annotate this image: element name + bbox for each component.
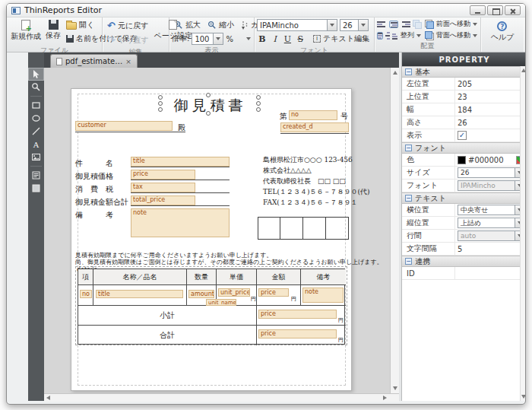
underline-button[interactable]: U (283, 34, 293, 44)
detail-header-note[interactable]: 備考 (301, 269, 346, 285)
align-right-button[interactable] (401, 21, 410, 28)
doc-no-suffix[interactable]: 号 (340, 111, 348, 122)
bold-button[interactable]: B (257, 34, 268, 44)
align-menu-button[interactable]: 整列 (400, 30, 422, 40)
scroll-up-icon[interactable] (521, 68, 526, 72)
selection-handle[interactable] (256, 95, 261, 100)
line-tool[interactable] (28, 125, 44, 138)
group-button[interactable] (413, 20, 422, 29)
subtotal-label[interactable]: 小計 (78, 306, 257, 326)
scroll-up-icon[interactable] (393, 71, 397, 75)
detail-header-item[interactable]: 項 (78, 269, 93, 285)
send-to-back-button[interactable]: 背面へ移動 (424, 30, 478, 40)
field-row-note[interactable]: note (302, 288, 344, 303)
valign-top-button[interactable] (377, 32, 383, 40)
section-basic[interactable]: 基本 (402, 66, 526, 78)
company-tel[interactable]: TEL(１２３４)５６－７８９０(代) (263, 186, 370, 197)
collapse-icon[interactable] (405, 195, 412, 202)
maximize-button[interactable] (487, 5, 503, 15)
strikethrough-button[interactable]: S (295, 34, 306, 44)
scale-combo-arrow[interactable] (213, 33, 223, 44)
zoom-tool[interactable] (28, 81, 44, 94)
horizontal-scrollbar[interactable] (44, 393, 399, 402)
detail-header-name[interactable]: 名称／品名 (93, 269, 187, 285)
letter-spacing-value[interactable]: 5 (455, 245, 526, 253)
collapse-icon[interactable] (405, 258, 412, 265)
font-family-combo[interactable]: IPAMincho (257, 19, 337, 31)
notice-line-2[interactable]: 尚、御見積有効期限後はご面倒とは存じますが、その都度ご連絡の上ご契約くださるよう… (75, 258, 383, 266)
field-total-price[interactable]: price (258, 329, 337, 338)
form-label-tax[interactable]: 消 費 税 (75, 184, 113, 195)
align-left-button[interactable] (377, 21, 387, 28)
height-value[interactable]: 26 (455, 119, 526, 127)
left-value[interactable]: 205 (455, 80, 526, 88)
help-button[interactable]: ヘルプ (489, 21, 516, 43)
bring-to-front-button[interactable]: 前面へ移動 (424, 19, 478, 29)
save-button[interactable]: 保存 (44, 19, 62, 42)
form-label-price[interactable]: 御見積価格 (75, 171, 113, 182)
selection-handle[interactable] (206, 111, 211, 116)
halign-select[interactable]: 中央寄せ (458, 205, 524, 215)
align-menu-dropdown-icon[interactable] (416, 34, 421, 37)
field-row-unit-price[interactable]: unit_price (218, 288, 250, 297)
color-swatch[interactable] (458, 156, 466, 164)
form-label-note[interactable]: 備 考 (75, 210, 113, 221)
tab-pdf-estimate[interactable]: pdf_estimate… × (50, 54, 138, 68)
field-row-amount[interactable]: amount (188, 290, 214, 298)
rectangle-tool[interactable] (28, 99, 44, 112)
selection-handle[interactable] (206, 93, 211, 97)
field-row-no[interactable]: no (80, 290, 92, 298)
align-center-button[interactable] (389, 21, 399, 28)
ellipse-tool[interactable] (28, 112, 44, 125)
valign-bottom-button[interactable] (392, 32, 397, 40)
company-name[interactable]: 株式会社△△△△ (263, 165, 312, 176)
detail-header-unit-price[interactable]: 単価 (217, 269, 257, 285)
scroll-right-icon[interactable] (383, 396, 387, 400)
send-to-back-dropdown-icon[interactable] (473, 34, 477, 37)
selection-handle[interactable] (256, 107, 261, 112)
section-text[interactable]: テキスト (402, 192, 526, 204)
width-value[interactable]: 184 (455, 106, 526, 114)
form-label-total-price[interactable]: 御見積金額合計 (75, 197, 128, 208)
minimize-button[interactable] (470, 5, 486, 15)
collapse-icon[interactable] (405, 145, 412, 151)
total-label[interactable]: 合計 (78, 326, 257, 345)
scroll-down-icon[interactable] (393, 386, 397, 390)
text-edit-button[interactable]: テキスト編集 (311, 33, 372, 45)
select-tool[interactable] (28, 68, 44, 81)
section-font[interactable]: フォント (402, 142, 526, 154)
field-note[interactable]: note (131, 208, 230, 237)
scale-combo[interactable]: 100 (192, 33, 223, 45)
canvas[interactable]: 御見積書 第 no 号 customer 殿 (44, 68, 399, 393)
bring-to-front-dropdown-icon[interactable] (473, 23, 477, 26)
display-checkbox[interactable]: ✓ (458, 131, 467, 140)
color-hex[interactable]: #000000 (468, 156, 504, 164)
italic-button[interactable]: I (270, 34, 280, 44)
image-block-tool[interactable] (28, 182, 44, 195)
line-height-select[interactable]: auto (458, 230, 524, 241)
vertical-scrollbar[interactable] (390, 68, 399, 393)
scroll-left-icon[interactable] (46, 396, 50, 400)
doc-no-prefix[interactable]: 第 (280, 111, 287, 122)
close-button[interactable] (505, 5, 521, 15)
field-row-unit-name[interactable]: unit_name (206, 299, 236, 306)
detail-table[interactable]: 項 名称／品名 数量 単価 金額 備考 小計 (78, 269, 345, 345)
company-fax[interactable]: FAX(１２３４)５６－７８９１ (263, 197, 357, 208)
top-value[interactable]: 23 (455, 93, 526, 101)
tab-close-icon[interactable]: × (125, 58, 131, 65)
company-address[interactable]: 島根県松江市○○○ 123-456 (263, 154, 353, 165)
field-row-title[interactable]: title (96, 290, 183, 298)
form-label-title[interactable]: 件 名 (75, 158, 113, 169)
scroll-down-icon[interactable] (521, 395, 526, 399)
detail-header-amount[interactable]: 金額 (257, 269, 301, 285)
font-size-combo[interactable]: 26 (340, 19, 369, 31)
property-scrollbar[interactable] (520, 66, 526, 401)
valign-select[interactable]: 上詰め (458, 218, 524, 228)
collapse-icon[interactable] (405, 68, 412, 75)
detail-header-qty[interactable]: 数量 (187, 269, 217, 285)
undo-button[interactable]: 元に戻す (105, 19, 151, 32)
text-block-tool[interactable] (28, 169, 44, 182)
redo-button[interactable]: やり直す (105, 33, 151, 46)
font-family-combo-arrow[interactable] (327, 20, 337, 30)
selection-handle[interactable] (256, 101, 261, 106)
